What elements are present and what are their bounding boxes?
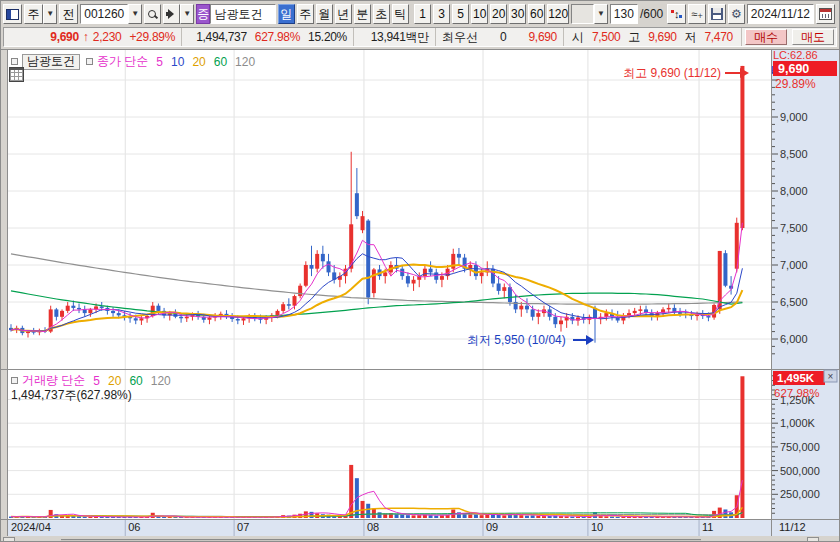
candle-body [117, 313, 121, 315]
candle-body [139, 318, 143, 320]
candle-body [372, 269, 376, 293]
speaker-icon [166, 9, 177, 19]
period-tab-틱[interactable]: 틱 [392, 4, 409, 24]
candle-body [134, 318, 138, 320]
period-tab-일[interactable]: 일 [278, 4, 295, 24]
volume-bar [406, 515, 410, 518]
calendar-button[interactable] [816, 4, 835, 24]
price-axis-label: 8,500 [780, 148, 808, 160]
volume-bar [485, 515, 489, 518]
volume-bar [412, 515, 416, 518]
current-change-pct: 29.89% [775, 77, 816, 91]
date-axis-label: 07 [237, 521, 249, 533]
candle-body [185, 317, 189, 318]
pane-toggle-icon[interactable] [11, 377, 18, 384]
price-change: 2,230 [93, 30, 122, 44]
buy-button[interactable]: 매수 [745, 29, 787, 45]
period-tab-주[interactable]: 주 [297, 4, 314, 24]
best-label: 최우선 [442, 29, 478, 46]
minute-button-group: 13510203060120 [414, 4, 571, 24]
candle-body [553, 317, 557, 324]
minute-button-120[interactable]: 120 [547, 4, 569, 24]
candle-body [88, 309, 92, 313]
volume-bar [570, 517, 574, 518]
stock-name-field[interactable]: 남광토건 [210, 4, 275, 24]
current-price: 9,690 [50, 30, 79, 44]
candlestick-chart[interactable]: 9,0008,5008,0007,5007,0006,5006,0001,250… [1, 49, 840, 542]
legend-ma-5: 5 [156, 55, 163, 69]
volume-ratio: 627.98% [255, 30, 300, 44]
best-qty: 0 [500, 30, 506, 44]
high-annotation: 최고 9,690 (11/12) [623, 66, 721, 80]
indicator-toggle-icon[interactable] [86, 58, 93, 65]
period-tab-분[interactable]: 분 [354, 4, 371, 24]
quote-infobar: 9,690 ↑ 2,230 +29.89% 1,494,737 627.98% … [3, 27, 837, 47]
minute-button-3[interactable]: 3 [433, 4, 450, 24]
stock-code-input[interactable]: 001260 [80, 4, 128, 24]
minute-button-5[interactable]: 5 [452, 4, 469, 24]
period-tab-월[interactable]: 월 [316, 4, 333, 24]
mini-period-button[interactable]: 주 [24, 4, 43, 24]
empty-select-dropdown[interactable]: ▼ [594, 4, 608, 24]
volume-bar [723, 509, 727, 518]
date-input[interactable]: 2024/11/12 [747, 4, 814, 24]
candle-body [66, 306, 70, 311]
high-price: 9,690 [648, 30, 677, 44]
price-order-button[interactable]: ↕ [667, 4, 686, 24]
date-axis-label: 06 [128, 521, 140, 533]
settings-button[interactable]: ⚙ [728, 4, 745, 24]
chart-area[interactable]: 9,0008,5008,0007,5007,0006,5006,0001,250… [1, 49, 840, 542]
legend-ma-type: 종가 단순 [97, 53, 148, 70]
save-button[interactable] [708, 4, 726, 24]
code-dropdown[interactable]: ▼ [128, 4, 142, 24]
minute-button-20[interactable]: 20 [490, 4, 507, 24]
jeon-button[interactable]: 전 [59, 4, 78, 24]
candle-body [321, 254, 325, 261]
volume-bar [417, 515, 421, 518]
bottom-scroll-strip[interactable] [1, 536, 840, 542]
period-tab-년[interactable]: 년 [335, 4, 352, 24]
volume-bar [434, 516, 438, 518]
volume-cell: 1,494,737 627.98% 15.20% [182, 28, 354, 46]
close-icon: × [828, 371, 834, 382]
candle-body [667, 308, 671, 309]
sell-button[interactable]: 매도 [792, 29, 834, 45]
candle-body [502, 287, 506, 291]
sound-dropdown[interactable]: ▼ [180, 4, 194, 24]
low-price: 7,470 [704, 30, 733, 44]
scroll-left-button[interactable] [3, 537, 15, 542]
chart-window-button[interactable] [3, 4, 22, 24]
volume-bar [372, 509, 376, 518]
candle-body [355, 193, 359, 216]
bar-count-input[interactable]: 130 [610, 4, 638, 24]
empty-select[interactable] [571, 4, 594, 24]
candle-body [207, 318, 211, 320]
price-pane-legend: 남광토건 종가 단순 5102060120 [11, 53, 263, 70]
sound-button[interactable] [163, 4, 180, 24]
candle-body [310, 265, 314, 269]
data-table-icon[interactable] [9, 67, 24, 82]
volume-bar [480, 515, 484, 518]
candle-body [429, 269, 433, 273]
minute-button-1[interactable]: 1 [414, 4, 431, 24]
chevron-down-icon: ▼ [597, 10, 605, 18]
period-tab-초[interactable]: 초 [373, 4, 390, 24]
minute-button-10[interactable]: 10 [471, 4, 488, 24]
volume-bar [519, 515, 523, 518]
save-icon [711, 8, 723, 20]
minute-button-60[interactable]: 60 [528, 4, 545, 24]
draw-line-button[interactable]: ≈₊ [688, 4, 706, 24]
candle-body [236, 319, 240, 320]
volume-bar [474, 514, 478, 518]
minute-button-30[interactable]: 30 [509, 4, 526, 24]
period-tab-group: 일주월년분초틱 [278, 4, 411, 24]
legend-stock-name[interactable]: 남광토건 [22, 54, 80, 70]
volume-bar [604, 516, 608, 518]
candle-body [531, 309, 535, 316]
candle-body [525, 306, 529, 310]
candle-body [740, 66, 744, 228]
scroll-right-button[interactable] [807, 537, 819, 542]
pane-toggle-icon[interactable] [11, 58, 18, 65]
stock-search-button[interactable] [144, 4, 161, 24]
mini-period-dropdown[interactable]: ▼ [43, 4, 57, 24]
